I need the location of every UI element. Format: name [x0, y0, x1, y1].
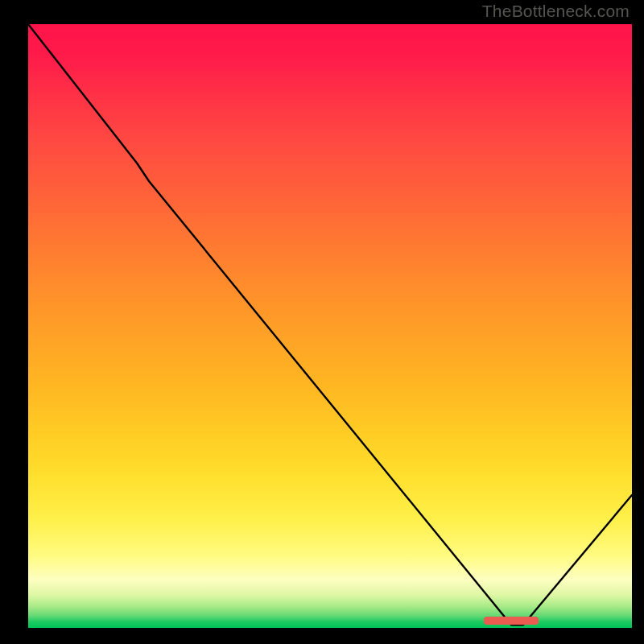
attribution-label: TheBottleneck.com — [482, 2, 630, 21]
curve-layer — [28, 24, 632, 628]
chart-root: TheBottleneck.com — [0, 0, 644, 644]
plot-area — [28, 24, 632, 628]
optimum-marker — [484, 617, 539, 625]
bottleneck-curve — [28, 24, 632, 625]
